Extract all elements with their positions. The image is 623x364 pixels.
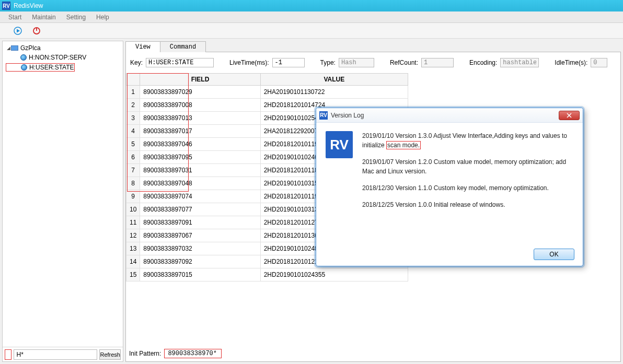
sidebar-footer: Refresh [3,347,123,361]
field-cell: 89003833897017 [140,125,260,138]
value-cell: 2HA20190101130722 [260,86,408,99]
version-log: 2019/01/10 Version 1.3.0 Adjust View Int… [362,131,573,237]
rownum: 13 [126,242,140,255]
properties-row: Key: LiveTime(ms): Type: RefCount: Encod… [126,52,620,73]
field-cell: 89003833897067 [140,229,260,242]
idletime-label: IdleTime(s): [555,59,587,66]
app-icon: RV [2,2,10,10]
ok-button[interactable]: OK [534,249,574,260]
dialog-app-icon: RV [326,131,353,158]
tree-root-label: GzPlca [20,44,41,52]
tabs: View Command [125,41,621,52]
rownum: 15 [126,268,140,281]
encoding-label: Encoding: [469,59,497,66]
field-cell: 89003833897046 [140,138,260,151]
field-cell: 89003833897031 [140,164,260,177]
globe-icon [21,64,27,71]
rownum: 14 [126,255,140,268]
pattern-box [5,349,11,360]
rownum: 5 [126,138,140,151]
app-icon: RV [319,111,328,120]
close-button[interactable] [559,111,580,120]
tree-key-1[interactable]: H:USER:STATE [4,62,122,73]
menu-start[interactable]: Start [3,12,27,22]
title-bar: RV RedisView [0,0,623,11]
col-rownum [126,74,140,86]
field-cell: 89003833897077 [140,203,260,216]
col-field: FIELD [140,74,260,86]
dialog-title: Version Log [331,112,559,119]
field-cell: 89003833897029 [140,86,260,99]
field-cell: 89003833897074 [140,190,260,203]
field-cell: 89003833897091 [140,216,260,229]
table-row[interactable]: 1890038338970292HA20190101130722 [126,86,408,99]
toolbar [0,23,623,39]
field-cell: 89003833897095 [140,151,260,164]
menu-bar: Start Maintain Setting Help [0,11,623,23]
rownum: 2 [126,99,140,112]
rownum: 1 [126,86,140,99]
log-entry: 2018/12/25 Version 1.0.0 Initial release… [362,200,573,209]
tab-view[interactable]: View [125,41,160,52]
menu-help[interactable]: Help [91,12,114,22]
rownum: 4 [126,125,140,138]
tree-root[interactable]: ◢ GzPlca [4,43,122,53]
tree: ◢ GzPlca H:NON:STOP:SERV H:USER:STATE [3,41,123,347]
field-cell: 89003833897032 [140,242,260,255]
idletime-field [591,58,607,67]
encoding-field [500,58,539,67]
field-cell: 89003833897015 [140,268,260,281]
field-cell: 89003833897048 [140,177,260,190]
globe-icon [20,54,27,61]
livetime-label: LiveTime(ms): [229,59,269,66]
server-icon [11,45,18,51]
livetime-field[interactable] [272,58,305,67]
type-label: Type: [320,59,336,66]
type-field [339,58,374,67]
app-title: RedisView [14,2,43,9]
rownum: 3 [126,112,140,125]
rownum: 8 [126,177,140,190]
svg-marker-1 [17,29,20,32]
log-entry: 2019/01/10 Version 1.3.0 Adjust View Int… [362,131,573,150]
play-icon [14,27,22,35]
menu-setting[interactable]: Setting [61,12,91,22]
tree-key-0[interactable]: H:NON:STOP:SERV [4,53,122,62]
tree-key-label: H:USER:STATE [29,64,74,71]
refcount-field [421,58,454,67]
power-button[interactable] [28,25,45,37]
rownum: 10 [126,203,140,216]
close-icon [566,113,572,118]
rownum: 7 [126,164,140,177]
col-value: VALUE [260,74,408,86]
power-icon [32,27,41,35]
field-cell: 89003833897008 [140,99,260,112]
init-pattern-row: Init Pattern: [126,346,620,361]
field-cell: 89003833897013 [140,112,260,125]
table-row[interactable]: 15890038338970152HD20190101024355 [126,268,408,281]
rownum: 11 [126,216,140,229]
refresh-button[interactable]: Refresh [99,349,121,360]
sidebar: ◢ GzPlca H:NON:STOP:SERV H:USER:STATE Re… [2,41,123,362]
field-cell: 89003833897092 [140,255,260,268]
rownum: 6 [126,151,140,164]
key-label: Key: [130,59,143,66]
collapse-icon: ◢ [6,45,11,51]
play-button[interactable] [9,25,26,37]
menu-maintain[interactable]: Maintain [27,12,61,22]
version-dialog: RV Version Log RV 2019/01/10 Version 1.3… [316,108,583,266]
init-pattern-input[interactable] [164,349,222,358]
init-label: Init Pattern: [129,350,161,357]
log-entry: 2018/12/30 Version 1.1.0 Custom key mode… [362,183,573,193]
dialog-titlebar[interactable]: RV Version Log [316,108,583,123]
pattern-input[interactable] [14,349,97,360]
value-cell: 2HD20190101024355 [260,268,408,281]
rownum: 9 [126,190,140,203]
rownum: 12 [126,229,140,242]
refcount-label: RefCount: [390,59,418,66]
key-field[interactable] [146,58,214,67]
log-entry: 2019/01/07 Version 1.2.0 Custom value mo… [362,157,573,176]
tab-command[interactable]: Command [160,41,206,52]
tree-key-label: H:NON:STOP:SERV [29,54,86,61]
